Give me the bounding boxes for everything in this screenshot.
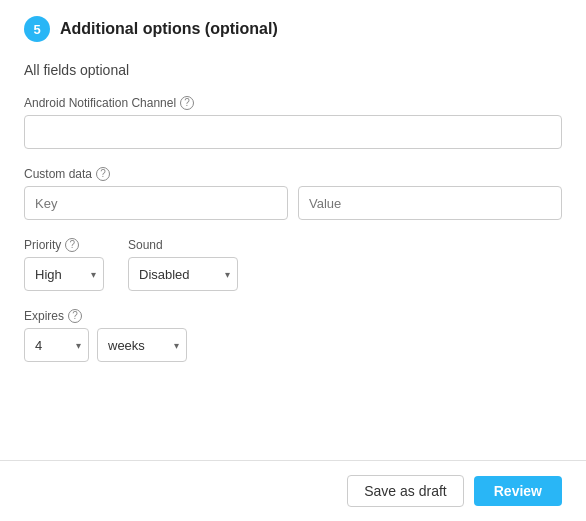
expires-row: 1 2 3 4 5 6 7 ▾ minutes hours days <box>24 328 562 362</box>
sound-select-wrapper: Default Disabled Enabled ▾ <box>128 257 238 291</box>
fields-optional-label: All fields optional <box>24 62 562 78</box>
expires-num-wrapper: 1 2 3 4 5 6 7 ▾ <box>24 328 89 362</box>
priority-select[interactable]: Default High Normal Low <box>24 257 104 291</box>
sound-label-text: Sound <box>128 238 163 252</box>
sound-field: Sound Default Disabled Enabled ▾ <box>128 238 238 291</box>
custom-data-key-input[interactable] <box>24 186 288 220</box>
step-badge: 5 <box>24 16 50 42</box>
expires-help-icon[interactable]: ? <box>68 309 82 323</box>
android-channel-help-icon[interactable]: ? <box>180 96 194 110</box>
custom-data-group: Custom data ? <box>24 167 562 220</box>
custom-data-label-text: Custom data <box>24 167 92 181</box>
sound-select[interactable]: Default Disabled Enabled <box>128 257 238 291</box>
custom-data-help-icon[interactable]: ? <box>96 167 110 181</box>
page-container: 5 Additional options (optional) All fiel… <box>0 0 586 521</box>
android-channel-input[interactable] <box>24 115 562 149</box>
footer: Save as draft Review <box>0 460 586 521</box>
android-channel-label: Android Notification Channel ? <box>24 96 562 110</box>
custom-data-row <box>24 186 562 220</box>
priority-select-wrapper: Default High Normal Low ▾ <box>24 257 104 291</box>
expires-number-select[interactable]: 1 2 3 4 5 6 7 <box>24 328 89 362</box>
priority-label: Priority ? <box>24 238 104 252</box>
section-title: Additional options (optional) <box>60 20 278 38</box>
android-channel-label-text: Android Notification Channel <box>24 96 176 110</box>
priority-help-icon[interactable]: ? <box>65 238 79 252</box>
save-draft-button[interactable]: Save as draft <box>347 475 464 507</box>
sound-label: Sound <box>128 238 238 252</box>
custom-data-label: Custom data ? <box>24 167 562 181</box>
priority-field: Priority ? Default High Normal Low ▾ <box>24 238 104 291</box>
custom-data-value-input[interactable] <box>298 186 562 220</box>
expires-label: Expires ? <box>24 309 562 323</box>
expires-unit-select[interactable]: minutes hours days weeks <box>97 328 187 362</box>
section-header: 5 Additional options (optional) <box>24 16 562 42</box>
expires-group: Expires ? 1 2 3 4 5 6 7 ▾ <box>24 309 562 362</box>
expires-unit-wrapper: minutes hours days weeks ▾ <box>97 328 187 362</box>
priority-label-text: Priority <box>24 238 61 252</box>
priority-sound-row: Priority ? Default High Normal Low ▾ Sou… <box>24 238 562 291</box>
expires-label-text: Expires <box>24 309 64 323</box>
review-button[interactable]: Review <box>474 476 562 506</box>
main-content: 5 Additional options (optional) All fiel… <box>0 0 586 460</box>
android-channel-group: Android Notification Channel ? <box>24 96 562 149</box>
